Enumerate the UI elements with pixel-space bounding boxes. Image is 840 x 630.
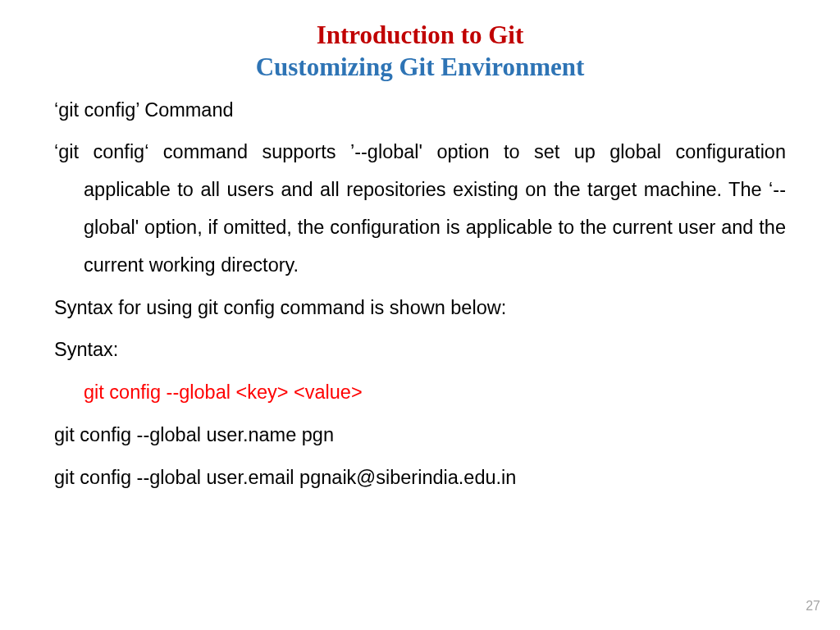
slide-title-sub: Customizing Git Environment: [54, 52, 786, 84]
example-2: git config --global user.email pgnaik@si…: [54, 459, 786, 497]
page-number: 27: [806, 599, 820, 614]
body-paragraph: ‘git config‘ command supports ’--global'…: [54, 134, 786, 284]
body-heading: ‘git config’ Command: [54, 92, 786, 130]
syntax-code: git config --global <key> <value>: [54, 374, 786, 412]
example-1: git config --global user.name pgn: [54, 417, 786, 454]
syntax-label: Syntax:: [54, 331, 786, 369]
title-block: Introduction to Git Customizing Git Envi…: [54, 20, 786, 84]
syntax-intro: Syntax for using git config command is s…: [54, 290, 786, 327]
slide-title-main: Introduction to Git: [54, 20, 786, 52]
slide: Introduction to Git Customizing Git Envi…: [0, 0, 840, 630]
slide-body: ‘git config’ Command ‘git config‘ comman…: [54, 92, 786, 497]
